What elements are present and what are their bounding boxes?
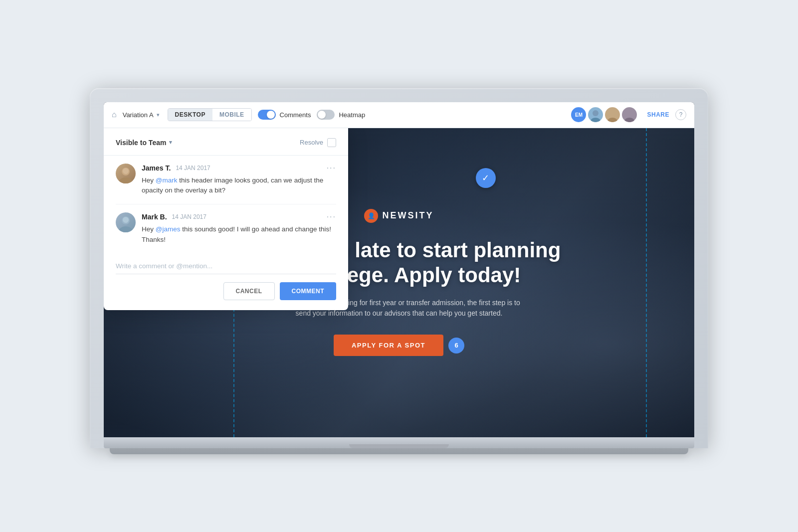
comment-meta-james: James T. 14 JAN 2017 ···: [142, 164, 336, 173]
commenter-name-james: James T.: [142, 164, 171, 172]
comment-date-james: 14 JAN 2017: [176, 165, 210, 172]
heatmap-toggle[interactable]: [317, 110, 335, 120]
resolve-group[interactable]: Resolve: [300, 138, 336, 147]
logo-text: NEWSITY: [382, 210, 433, 221]
comment-more-james[interactable]: ···: [327, 164, 336, 173]
avatar-em[interactable]: EM: [571, 107, 586, 122]
home-icon[interactable]: ⌂: [112, 110, 117, 119]
svg-point-5: [624, 118, 634, 122]
panel-header: Visible to Team ▾ Resolve: [104, 128, 348, 156]
comment-meta-mark: Mark B. 14 JAN 2017 ···: [142, 212, 336, 221]
visible-team-label: Visible to Team: [116, 139, 166, 147]
screen-inner: ⌂ Variation A ▾ DESKTOP MOBILE Comments: [104, 102, 694, 437]
laptop-base: [104, 437, 694, 448]
comment-date-mark: 14 JAN 2017: [172, 213, 206, 220]
comment-panel: Visible to Team ▾ Resolve: [104, 128, 348, 311]
resolve-checkbox[interactable]: [327, 138, 336, 147]
heatmap-toggle-group: Heatmap: [317, 110, 365, 120]
share-button[interactable]: SHARE: [647, 111, 669, 118]
check-circle[interactable]: ✓: [476, 168, 496, 188]
comment-more-mark[interactable]: ···: [327, 212, 336, 221]
avatar-3[interactable]: [622, 107, 637, 122]
mention-james[interactable]: @james: [156, 225, 181, 233]
apply-btn-wrap: APPLY FOR A SPOT 6: [234, 335, 564, 356]
comments-label: Comments: [280, 111, 311, 119]
cancel-button[interactable]: CANCEL: [223, 282, 275, 300]
avatar-2[interactable]: [605, 107, 620, 122]
comment-input-area: [104, 253, 348, 274]
comment-button[interactable]: COMMENT: [280, 282, 337, 300]
mobile-button[interactable]: MOBILE: [212, 109, 251, 121]
apply-button[interactable]: APPLY FOR A SPOT: [334, 335, 443, 356]
comment-entry-mark: Mark B. 14 JAN 2017 ··· Hey @james this …: [104, 204, 348, 253]
comment-meta-left-mark: Mark B. 14 JAN 2017: [142, 213, 206, 221]
comment-body-james: James T. 14 JAN 2017 ··· Hey @mark this …: [142, 164, 336, 196]
avatar-1[interactable]: [588, 107, 603, 122]
svg-point-8: [123, 168, 129, 174]
svg-point-7: [119, 177, 133, 183]
comments-toggle[interactable]: [258, 110, 276, 120]
toolbar: ⌂ Variation A ▾ DESKTOP MOBILE Comments: [104, 102, 694, 128]
screen-content: 💬 4 ✓ 👤 NEWSITY s never too: [104, 128, 694, 437]
svg-point-1: [591, 118, 600, 122]
svg-point-3: [607, 118, 617, 122]
comment-body-mark: Mark B. 14 JAN 2017 ··· Hey @james this …: [142, 212, 336, 245]
comment-input[interactable]: [116, 262, 336, 274]
toggle-knob: [267, 111, 275, 119]
comment-entry-james: James T. 14 JAN 2017 ··· Hey @mark this …: [104, 156, 348, 204]
svg-point-0: [593, 110, 598, 116]
badge-6: 6: [448, 338, 464, 354]
laptop-foot: [110, 448, 688, 454]
svg-point-2: [609, 110, 615, 116]
avatar-mark: [116, 212, 136, 232]
device-toggle: DESKTOP MOBILE: [168, 108, 252, 121]
heatmap-knob: [318, 111, 326, 119]
toolbar-avatars: EM: [571, 107, 637, 122]
svg-point-4: [626, 110, 632, 116]
logo-icon: 👤: [364, 209, 378, 223]
comment-actions: CANCEL COMMENT: [104, 282, 348, 300]
commenter-name-mark: Mark B.: [142, 213, 167, 221]
visible-team-chevron-icon: ▾: [169, 139, 172, 146]
screen-bezel: ⌂ Variation A ▾ DESKTOP MOBILE Comments: [90, 88, 708, 448]
comment-text-mark: Hey @james this sounds good! I will go a…: [142, 224, 336, 245]
svg-point-10: [119, 226, 133, 232]
mention-mark[interactable]: @mark: [156, 177, 178, 184]
check-icon[interactable]: ✓: [476, 168, 496, 188]
desktop-button[interactable]: DESKTOP: [168, 109, 212, 121]
heatmap-label: Heatmap: [339, 111, 365, 119]
resolve-label: Resolve: [300, 139, 323, 146]
laptop-shell: ⌂ Variation A ▾ DESKTOP MOBILE Comments: [90, 88, 708, 454]
visible-team-selector[interactable]: Visible to Team ▾: [116, 139, 172, 147]
help-button[interactable]: ?: [675, 109, 686, 120]
avatar-james: [116, 164, 136, 183]
comment-meta-left-james: James T. 14 JAN 2017: [142, 164, 210, 172]
variation-chevron-icon: ▾: [157, 112, 160, 118]
svg-point-11: [123, 217, 129, 223]
comment-text-james: Hey @mark this header image looks good, …: [142, 176, 336, 196]
variation-label: Variation A: [123, 111, 154, 119]
variation-selector[interactable]: Variation A ▾: [123, 111, 160, 119]
dashed-line-right: [646, 128, 647, 437]
comments-toggle-group: Comments: [258, 110, 311, 120]
